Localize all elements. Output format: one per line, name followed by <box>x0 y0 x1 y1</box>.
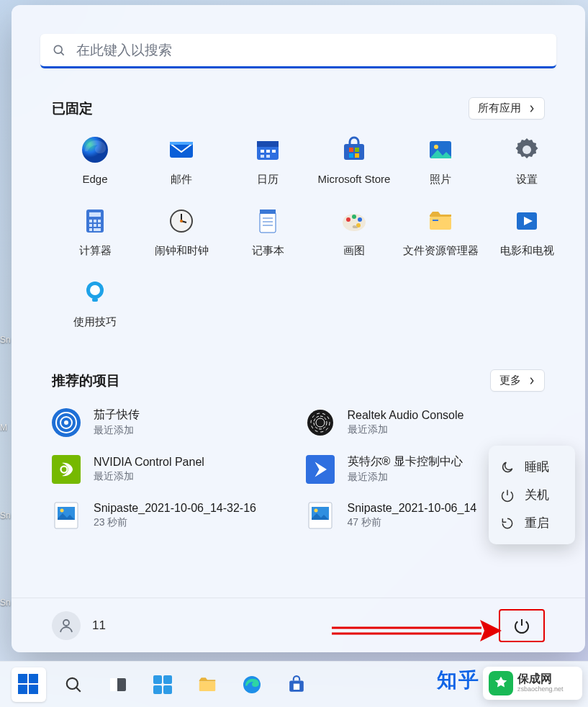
all-apps-button[interactable]: 所有应用 <box>469 97 545 120</box>
svg-rect-27 <box>98 224 101 227</box>
reco-sub: 47 秒前 <box>348 516 477 529</box>
app-mail[interactable]: 邮件 <box>138 135 225 186</box>
windows-logo-icon <box>18 674 40 695</box>
taskbar-widgets-button[interactable] <box>145 667 180 702</box>
app-movies-tv[interactable]: 电影和电视 <box>484 207 570 258</box>
reco-title: Snipaste_2021-10-06_14-32-16 <box>94 502 256 515</box>
clock-icon <box>167 207 196 235</box>
power-button[interactable] <box>499 609 545 642</box>
reco-title: 茄子快传 <box>94 407 140 423</box>
taskbar-start-button[interactable] <box>12 667 46 702</box>
reco-sub: 23 秒前 <box>94 516 256 529</box>
search-input[interactable] <box>76 42 545 58</box>
app-label: Edge <box>82 173 107 185</box>
svg-rect-80 <box>153 685 162 694</box>
svg-point-40 <box>346 217 350 222</box>
app-label: 电影和电视 <box>500 244 554 258</box>
svg-line-75 <box>76 687 81 691</box>
app-label: 计算器 <box>79 244 112 258</box>
reco-item-realtek[interactable]: Realtek Audio Console最近添加 <box>306 407 546 437</box>
svg-rect-14 <box>355 148 359 152</box>
svg-rect-23 <box>94 220 96 222</box>
watermark: 保成网 zsbaocheng.net <box>483 667 582 700</box>
reco-item-snipaste1[interactable]: Snipaste_2021-10-06_14-32-1623 秒前 <box>52 501 291 530</box>
power-shutdown-label: 关机 <box>525 487 549 503</box>
taskview-icon <box>109 675 127 694</box>
app-photos[interactable]: 照片 <box>397 135 484 186</box>
app-paint[interactable]: 画图 <box>311 207 397 258</box>
svg-marker-69 <box>480 620 502 641</box>
watermark-url: zsbaocheng.net <box>517 686 564 693</box>
chevron-right-icon <box>528 104 535 114</box>
user-account-button[interactable]: 11 <box>52 611 106 640</box>
power-shutdown[interactable]: 关机 <box>489 481 575 509</box>
watermark-logo <box>489 671 513 695</box>
power-sleep[interactable]: 睡眠 <box>489 453 575 481</box>
mail-icon <box>167 135 196 164</box>
more-button[interactable]: 更多 <box>490 369 545 392</box>
desktop-label: Sn <box>0 510 11 521</box>
svg-point-74 <box>67 677 78 688</box>
taskbar-edge[interactable] <box>235 667 269 702</box>
restart-icon <box>500 516 515 531</box>
power-restart[interactable]: 重启 <box>489 509 575 537</box>
more-label: 更多 <box>499 374 521 387</box>
movies-icon <box>512 207 541 235</box>
start-menu: 已固定 所有应用 Edge 邮件 日历 <box>12 5 585 652</box>
reco-sub: 最近添加 <box>348 471 463 484</box>
svg-rect-28 <box>89 228 92 231</box>
svg-rect-22 <box>89 220 92 222</box>
taskbar-msstore[interactable] <box>279 667 314 702</box>
search-box[interactable] <box>40 34 556 68</box>
app-label: 闹钟和时钟 <box>155 244 209 258</box>
power-menu: 睡眠 关机 重启 <box>489 446 575 544</box>
svg-rect-35 <box>260 210 276 214</box>
svg-rect-82 <box>199 681 216 691</box>
reco-item-nvidia[interactable]: NVIDIA Control Panel最近添加 <box>52 454 291 484</box>
taskbar-search-button[interactable] <box>56 667 91 702</box>
svg-rect-50 <box>92 298 98 302</box>
pinned-header: 已固定 所有应用 <box>12 76 585 124</box>
taskbar-taskview-button[interactable] <box>101 667 135 702</box>
app-label: 照片 <box>430 173 451 186</box>
reco-item-qiezi[interactable]: 茄子快传最近添加 <box>52 407 291 437</box>
svg-rect-70 <box>18 674 27 683</box>
app-calculator[interactable]: 计算器 <box>52 207 138 258</box>
background-text: 知乎 <box>437 667 480 694</box>
app-edge[interactable]: Edge <box>52 135 138 186</box>
app-label: Microsoft Store <box>318 173 391 185</box>
svg-point-33 <box>180 220 183 222</box>
app-file-explorer[interactable]: 文件资源管理器 <box>397 207 484 258</box>
search-section <box>12 5 585 76</box>
svg-rect-9 <box>272 150 276 153</box>
reco-title: NVIDIA Control Panel <box>94 456 204 469</box>
app-label: 文件资源管理器 <box>403 244 479 258</box>
all-apps-label: 所有应用 <box>478 102 521 115</box>
app-tips[interactable]: 使用技巧 <box>52 278 138 329</box>
store-icon <box>286 675 307 695</box>
app-settings[interactable]: 设置 <box>484 135 570 186</box>
widgets-icon <box>153 675 173 695</box>
paint-icon <box>340 207 368 235</box>
folder-icon <box>426 207 455 235</box>
reco-title: 英特尔® 显卡控制中心 <box>348 454 463 469</box>
moon-icon <box>500 460 515 474</box>
app-calendar[interactable]: 日历 <box>225 135 311 186</box>
app-alarms[interactable]: 闹钟和时钟 <box>138 207 225 258</box>
app-label: 画图 <box>343 244 365 258</box>
search-icon <box>52 43 66 58</box>
svg-rect-73 <box>29 685 38 694</box>
svg-point-54 <box>64 420 68 425</box>
svg-rect-10 <box>261 155 264 158</box>
svg-rect-6 <box>257 141 279 147</box>
app-notepad[interactable]: 记事本 <box>225 207 311 258</box>
svg-rect-79 <box>163 675 172 684</box>
lightbulb-icon <box>81 278 109 307</box>
recommended-title: 推荐的项目 <box>52 371 120 390</box>
user-name: 11 <box>92 618 106 633</box>
reco-sub: 最近添加 <box>94 424 140 437</box>
app-msstore[interactable]: Microsoft Store <box>311 135 397 186</box>
svg-rect-44 <box>430 217 451 230</box>
taskbar-file-explorer[interactable] <box>190 667 225 702</box>
nvidia-icon <box>52 455 81 484</box>
